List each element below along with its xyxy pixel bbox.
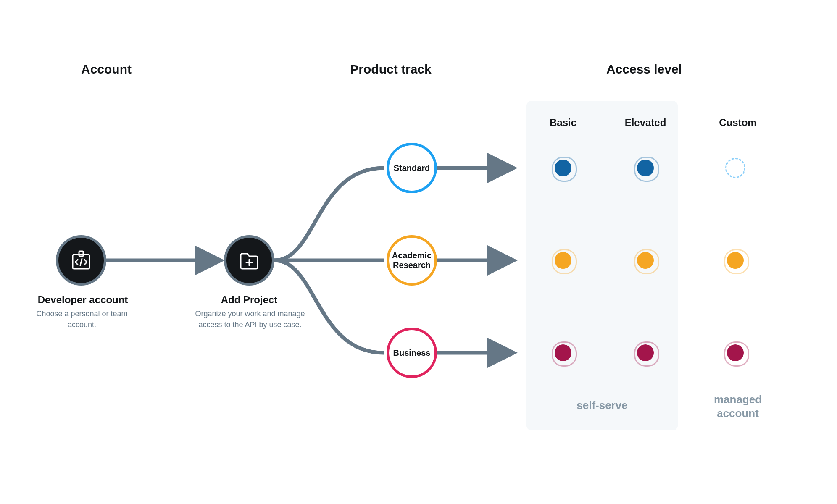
arrow-connector — [437, 348, 517, 358]
arrow-connector — [106, 255, 224, 265]
dot-academic-elevated — [637, 252, 654, 269]
developer-account-desc: Choose a personal or team account. — [34, 308, 130, 330]
folder-plus-icon — [237, 249, 261, 272]
dot-standard-elevated — [637, 160, 654, 176]
col-header-account: Account — [56, 62, 157, 76]
track-business: Business — [387, 328, 437, 378]
dot-standard-custom — [725, 158, 745, 178]
track-academic-label: Academic Research — [389, 251, 434, 270]
managed-account-label: managed account — [700, 393, 776, 420]
col-header-product-track: Product track — [324, 62, 458, 76]
track-academic: Academic Research — [387, 235, 437, 286]
developer-account-title: Developer account — [28, 294, 137, 306]
svg-rect-1 — [79, 251, 83, 256]
dot-business-custom — [727, 344, 744, 361]
dot-business-basic — [555, 344, 571, 361]
access-level-basic: Basic — [538, 117, 588, 129]
access-diagram: Account Product track Access level Devel… — [0, 0, 837, 504]
divider — [22, 87, 157, 87]
arrow-connector — [437, 163, 517, 173]
divider — [185, 87, 496, 87]
access-level-custom: Custom — [708, 117, 767, 129]
self-serve-label: self-serve — [560, 399, 644, 412]
branch-connectors — [274, 143, 400, 378]
svg-line-2 — [80, 259, 82, 265]
track-standard-label: Standard — [394, 163, 430, 173]
dot-standard-basic — [555, 160, 571, 176]
add-project-node — [224, 235, 274, 286]
track-business-label: Business — [393, 348, 431, 358]
dot-business-elevated — [637, 344, 654, 361]
dot-academic-basic — [555, 252, 571, 269]
col-header-access-level: Access level — [577, 62, 711, 76]
access-level-elevated: Elevated — [616, 117, 675, 129]
arrow-connector — [437, 255, 517, 265]
developer-account-node — [56, 235, 106, 286]
divider — [521, 87, 773, 87]
dot-academic-custom — [727, 252, 744, 269]
track-standard: Standard — [387, 143, 437, 193]
code-file-icon — [69, 249, 93, 272]
